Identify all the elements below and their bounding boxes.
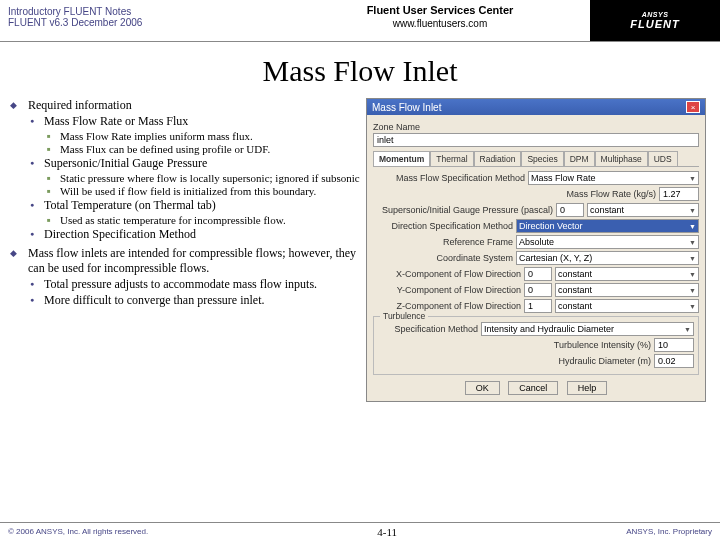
sub-bullet: Used as static temperature for incompres…	[44, 214, 366, 226]
bullet-text: Total Temperature (on Thermal tab)	[44, 198, 216, 212]
slide-content: Required information Mass Flow Rate or M…	[0, 98, 720, 402]
dsm-select[interactable]: Direction Vector▼	[516, 219, 699, 233]
sigp-field[interactable]: 0	[556, 203, 584, 217]
xc-field[interactable]: 0	[524, 267, 552, 281]
bullet-supersonic: Supersonic/Initial Gauge Pressure Static…	[28, 156, 366, 197]
tab-thermal[interactable]: Thermal	[430, 151, 473, 166]
sub-bullet: Static pressure where flow is locally su…	[44, 172, 366, 184]
zc-label: Z-Component of Flow Direction	[373, 301, 521, 311]
proprietary: ANSYS, Inc. Proprietary	[626, 527, 712, 536]
bullet-text: Mass flow inlets are intended for compre…	[28, 246, 356, 275]
chevron-down-icon: ▼	[684, 326, 691, 333]
turbulence-group: Turbulence Specification MethodIntensity…	[373, 316, 699, 375]
close-icon[interactable]: ×	[686, 101, 700, 113]
tab-radiation[interactable]: Radiation	[474, 151, 522, 166]
bullet-text: Mass Flow Rate or Mass Flux	[44, 114, 188, 128]
zc-field[interactable]: 1	[524, 299, 552, 313]
chevron-down-icon: ▼	[689, 239, 696, 246]
dialog-body: Zone Name inlet Momentum Thermal Radiati…	[367, 115, 705, 401]
sigp-label: Supersonic/Initial Gauge Pressure (pasca…	[373, 205, 553, 215]
turbulence-label: Turbulence	[380, 311, 428, 321]
mfr-field[interactable]: 1.27	[659, 187, 699, 201]
mfsm-select[interactable]: Mass Flow Rate▼	[528, 171, 699, 185]
slide-title: Mass Flow Inlet	[0, 54, 720, 88]
zc-select[interactable]: constant▼	[555, 299, 699, 313]
help-button[interactable]: Help	[567, 381, 608, 395]
slide-header: Introductory FLUENT Notes FLUENT v6.3 De…	[0, 0, 720, 42]
tab-dpm[interactable]: DPM	[564, 151, 595, 166]
sub-bullet: Total pressure adjusts to accommodate ma…	[28, 277, 366, 292]
course-title: Introductory FLUENT Notes	[8, 6, 282, 17]
bullet-total-temp: Total Temperature (on Thermal tab) Used …	[28, 198, 366, 226]
chevron-down-icon: ▼	[689, 207, 696, 214]
dialog-buttons: OK Cancel Help	[373, 381, 699, 395]
header-center: Fluent User Services Center www.fluentus…	[290, 0, 590, 41]
xc-select[interactable]: constant▼	[555, 267, 699, 281]
sub-bullet: Mass Flux can be defined using profile o…	[44, 143, 366, 155]
cs-select[interactable]: Cartesian (X, Y, Z)▼	[516, 251, 699, 265]
bullet-text: Supersonic/Initial Gauge Pressure	[44, 156, 207, 170]
tab-uds[interactable]: UDS	[648, 151, 678, 166]
sm-select[interactable]: Intensity and Hydraulic Diameter▼	[481, 322, 694, 336]
yc-select[interactable]: constant▼	[555, 283, 699, 297]
tab-momentum[interactable]: Momentum	[373, 151, 430, 166]
page-number: 4-11	[377, 526, 397, 538]
yc-field[interactable]: 0	[524, 283, 552, 297]
header-left: Introductory FLUENT Notes FLUENT v6.3 De…	[0, 0, 290, 41]
hd-field[interactable]: 0.02	[654, 354, 694, 368]
service-center: Fluent User Services Center	[290, 4, 590, 16]
copyright: © 2006 ANSYS, Inc. All rights reserved.	[8, 527, 148, 536]
sub-bullet: Mass Flow Rate implies uniform mass flux…	[44, 130, 366, 142]
chevron-down-icon: ▼	[689, 287, 696, 294]
xc-label: X-Component of Flow Direction	[373, 269, 521, 279]
bullet-direction-spec: Direction Specification Method	[28, 227, 366, 242]
chevron-down-icon: ▼	[689, 271, 696, 278]
sub-bullet: Will be used if flow field is initialize…	[44, 185, 366, 197]
service-url: www.fluentusers.com	[290, 18, 590, 29]
sigp-select[interactable]: constant▼	[587, 203, 699, 217]
chevron-down-icon: ▼	[689, 175, 696, 182]
bullet-compressible: Mass flow inlets are intended for compre…	[10, 246, 366, 308]
mfsm-label: Mass Flow Specification Method	[373, 173, 525, 183]
sub-bullet: More difficult to converge than pressure…	[28, 293, 366, 308]
ref-select[interactable]: Absolute▼	[516, 235, 699, 249]
cs-label: Coordinate System	[373, 253, 513, 263]
slide-footer: © 2006 ANSYS, Inc. All rights reserved. …	[0, 522, 720, 540]
product-name: FLUENT	[630, 18, 679, 30]
tab-species[interactable]: Species	[521, 151, 563, 166]
chevron-down-icon: ▼	[689, 303, 696, 310]
dialog-tabs: Momentum Thermal Radiation Species DPM M…	[373, 151, 699, 167]
dialog-titlebar[interactable]: Mass Flow Inlet ×	[367, 99, 705, 115]
brand-name: ANSYS	[642, 11, 669, 18]
bullet-text: Required information	[28, 98, 132, 112]
yc-label: Y-Component of Flow Direction	[373, 285, 521, 295]
course-version: FLUENT v6.3 December 2006	[8, 17, 282, 28]
ti-field[interactable]: 10	[654, 338, 694, 352]
mass-flow-inlet-dialog: Mass Flow Inlet × Zone Name inlet Moment…	[366, 98, 706, 402]
mfr-label: Mass Flow Rate (kg/s)	[566, 189, 656, 199]
ref-label: Reference Frame	[373, 237, 513, 247]
brand-logo: ANSYS FLUENT	[590, 0, 720, 41]
cancel-button[interactable]: Cancel	[508, 381, 558, 395]
dsm-label: Direction Specification Method	[373, 221, 513, 231]
dialog-title: Mass Flow Inlet	[372, 102, 441, 113]
sm-label: Specification Method	[378, 324, 478, 334]
ti-label: Turbulence Intensity (%)	[554, 340, 651, 350]
bullet-mass-flow-rate: Mass Flow Rate or Mass Flux Mass Flow Ra…	[28, 114, 366, 155]
chevron-down-icon: ▼	[689, 255, 696, 262]
chevron-down-icon: ▼	[689, 223, 696, 230]
zone-name-label: Zone Name	[373, 122, 699, 132]
text-column: Required information Mass Flow Rate or M…	[6, 98, 366, 402]
tab-multiphase[interactable]: Multiphase	[595, 151, 648, 166]
bullet-required-info: Required information Mass Flow Rate or M…	[10, 98, 366, 242]
ok-button[interactable]: OK	[465, 381, 500, 395]
zone-name-field[interactable]: inlet	[373, 133, 699, 147]
hd-label: Hydraulic Diameter (m)	[558, 356, 651, 366]
